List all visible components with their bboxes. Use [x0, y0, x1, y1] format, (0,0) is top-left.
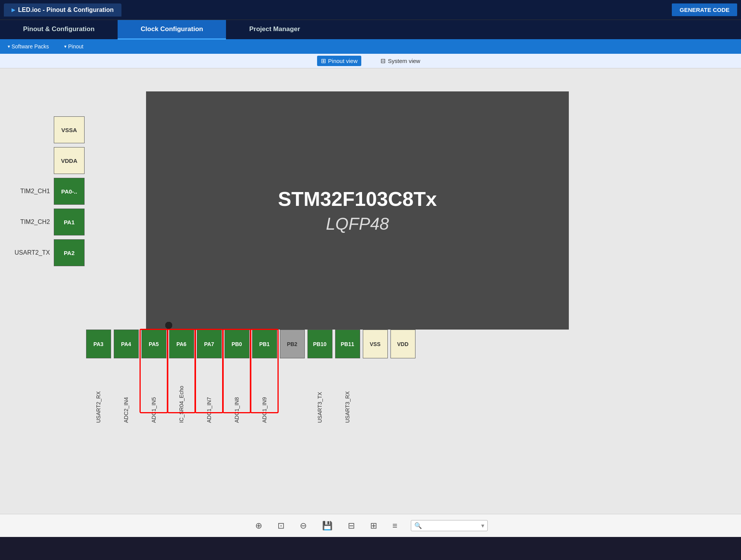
pin-text-vssa: VSSA	[61, 127, 77, 133]
pin-label-usart2tx: USART2_TX	[0, 249, 54, 256]
pin-box-vdd[interactable]: VDD	[390, 330, 415, 358]
bottom-pin-col-pb2: PB2	[278, 330, 306, 423]
pin-text-vdda: VDDA	[61, 157, 78, 164]
software-packs-label: Software Packs	[12, 43, 49, 50]
pin-text-pa7: PA7	[204, 341, 214, 347]
pin-box-pb1[interactable]: PB1	[252, 330, 277, 358]
pin-text-pb2: PB2	[287, 341, 297, 347]
list-icon: ≡	[392, 521, 397, 530]
save-icon: 💾	[322, 521, 332, 530]
pinout-menu[interactable]: Pinout	[64, 43, 83, 50]
pin-box-pb2[interactable]: PB2	[280, 330, 305, 358]
pinout-view-label: Pinout view	[328, 58, 358, 64]
pin-text-pa3: PA3	[93, 341, 103, 347]
layout1-button[interactable]: ⊟	[346, 519, 357, 533]
pin-box-pb0[interactable]: PB0	[224, 330, 249, 358]
title-bar: LED.ioc - Pinout & Configuration GENERAT…	[0, 0, 741, 20]
pin-text-pa1: PA1	[64, 219, 75, 225]
pin-text-pa2: PA2	[64, 250, 75, 256]
zoom-out-button[interactable]: ⊖	[298, 519, 309, 533]
mcu-package: LQFP48	[326, 214, 389, 234]
pin-label-pb11: USART3_RX	[344, 361, 351, 423]
pin-box-vdda[interactable]: VDDA	[54, 147, 85, 174]
bottom-pin-col-pa3: PA3 USART2_RX	[85, 330, 112, 423]
pin-label-tim2ch2: TIM2_CH2	[0, 219, 54, 225]
system-view-icon: ⊟	[380, 57, 385, 65]
bottom-pin-col-pa5: PA5 ADC1_IN5	[140, 330, 168, 423]
tab-pinout-config[interactable]: Pinout & Configuration	[0, 20, 118, 40]
toolbar-row: Software Packs Pinout	[0, 39, 741, 54]
pin-box-pa3[interactable]: PA3	[86, 330, 111, 358]
left-pins: VSSA VDDA TIM2_CH1 PA0-..	[0, 114, 85, 268]
tab-clock-config[interactable]: Clock Configuration	[118, 20, 226, 40]
page-wrapper: LED.ioc - Pinout & Configuration GENERAT…	[0, 0, 741, 560]
pin-box-pa2[interactable]: PA2	[54, 239, 85, 266]
bottom-pin-col-vss: VSS	[361, 330, 389, 423]
pin-label-pb10: USART3_TX	[317, 361, 323, 423]
mcu-name: STM32F103C8Tx	[278, 187, 437, 210]
pinout-view-btn[interactable]: ⊞ Pinout view	[317, 56, 362, 66]
dropdown-icon: ▾	[481, 522, 484, 529]
pin-text-pa6: PA6	[176, 341, 186, 347]
pin-text-pb11: PB11	[341, 341, 354, 347]
bottom-pin-col-pb0: PB0 ADC1_IN8	[223, 330, 251, 423]
bottom-pin-col-pa4: PA4 ADC2_IN4	[112, 330, 140, 423]
bottom-pin-col-pb1: PB1 ADC1_IN9	[251, 330, 278, 423]
title-tab-label: LED.ioc - Pinout & Configuration	[18, 7, 114, 13]
bottom-pin-col-pb11: PB11 USART3_RX	[334, 330, 361, 423]
frame-button[interactable]: ⊡	[276, 519, 286, 533]
pin-box-pb10[interactable]: PB10	[307, 330, 332, 358]
layout2-icon: ⊞	[370, 521, 377, 530]
generate-button[interactable]: GENERATE CODE	[672, 3, 737, 16]
save-button[interactable]: 💾	[320, 519, 334, 533]
pin-box-pa0[interactable]: PA0-..	[54, 178, 85, 205]
pin-box-vssa[interactable]: VSSA	[54, 116, 85, 143]
pin-row-vdda: VDDA	[0, 145, 85, 176]
bottom-pins: PA3 USART2_RX PA4 ADC2_IN4 PA5 ADC1	[85, 330, 417, 423]
zoom-out-icon: ⊖	[300, 521, 307, 530]
search-icon: 🔍	[414, 522, 422, 529]
pin-box-pa6[interactable]: PA6	[169, 330, 194, 358]
pin-row-pa1: TIM2_CH2 PA1	[0, 207, 85, 237]
nav-tabs: Pinout & Configuration Clock Configurati…	[0, 20, 741, 39]
system-view-label: System view	[388, 58, 420, 64]
pinout-view-icon: ⊞	[321, 57, 326, 65]
pin-row-vssa: VSSA	[0, 114, 85, 145]
pin-box-vss[interactable]: VSS	[363, 330, 388, 358]
pin-text-pb1: PB1	[259, 341, 269, 347]
layout2-button[interactable]: ⊞	[368, 519, 379, 533]
pin-label-pa3: USART2_RX	[95, 361, 101, 423]
pinout-label: Pinout	[68, 43, 83, 50]
pin-text-vss: VSS	[370, 341, 380, 347]
software-packs-menu[interactable]: Software Packs	[8, 43, 49, 50]
pin-text-pb10: PB10	[313, 341, 326, 347]
pin-label-pa7: ADC1_IN7	[206, 361, 212, 423]
view-row: ⊞ Pinout view ⊟ System view	[0, 54, 741, 68]
pin-row-pa2: USART2_TX PA2	[0, 237, 85, 268]
pin-box-pa1[interactable]: PA1	[54, 209, 85, 235]
pin-label-pa4: ADC2_IN4	[123, 361, 129, 423]
zoom-in-button[interactable]: ⊕	[253, 519, 264, 533]
main-content: VSSA VDDA TIM2_CH1 PA0-..	[0, 68, 741, 537]
pin-box-pa5[interactable]: PA5	[141, 330, 166, 358]
bottom-pin-col-pb10: PB10 USART3_TX	[306, 330, 334, 423]
pin-text-vdd: VDD	[397, 341, 409, 347]
pin-text-pa0: PA0-..	[61, 188, 77, 195]
pin-text-pb0: PB0	[231, 341, 242, 347]
pin-box-pa4[interactable]: PA4	[114, 330, 139, 358]
system-view-btn[interactable]: ⊟ System view	[377, 56, 424, 66]
list-button[interactable]: ≡	[390, 519, 399, 533]
title-tab[interactable]: LED.ioc - Pinout & Configuration	[4, 3, 121, 17]
pin-label-tim2ch1: TIM2_CH1	[0, 188, 54, 195]
pin-label-pa6: IC_SR04_Echo	[178, 361, 184, 423]
pin-box-pb11[interactable]: PB11	[335, 330, 360, 358]
pin-box-pa7[interactable]: PA7	[197, 330, 222, 358]
pin-label-pb1: ADC1_IN9	[261, 361, 267, 423]
bottom-pin-col-vdd: VDD	[389, 330, 417, 423]
tab-project-manager[interactable]: Project Manager	[226, 20, 323, 40]
search-input[interactable]	[424, 523, 481, 529]
pin-label-pa5: ADC1_IN5	[151, 361, 157, 423]
layout1-icon: ⊟	[348, 521, 355, 530]
pin-text-pa5: PA5	[149, 341, 159, 347]
connector-dot-pb11	[165, 322, 172, 329]
